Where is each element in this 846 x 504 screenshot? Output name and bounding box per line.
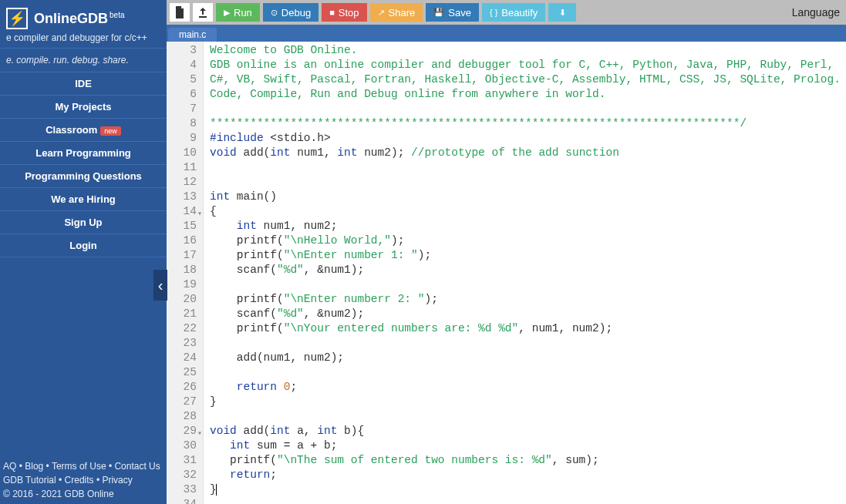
line-number[interactable]: 17: [167, 248, 197, 263]
line-number[interactable]: 3: [167, 43, 197, 58]
code-line[interactable]: [210, 365, 846, 380]
line-number[interactable]: 16: [167, 234, 197, 248]
code-line[interactable]: printf("\nEnter number 1: ");: [210, 248, 846, 263]
code-line[interactable]: }: [210, 482, 846, 497]
line-number[interactable]: 30: [167, 438, 197, 453]
line-number[interactable]: 14▾: [167, 204, 197, 219]
beautify-button[interactable]: { } Beautify: [482, 3, 545, 22]
line-number[interactable]: 5: [167, 72, 197, 87]
line-number[interactable]: 15: [167, 219, 197, 234]
new-file-button[interactable]: [170, 3, 190, 22]
footer-row-1[interactable]: AQ • Blog • Terms of Use • Contact Us: [3, 459, 163, 473]
code-line[interactable]: {: [210, 204, 846, 219]
code-line[interactable]: [210, 336, 846, 351]
save-button[interactable]: 💾 Save: [426, 3, 479, 22]
code-line[interactable]: [210, 277, 846, 292]
brand-name: OnlineGDB: [34, 11, 108, 26]
line-number[interactable]: 23: [167, 336, 197, 351]
line-number[interactable]: 20: [167, 292, 197, 307]
line-number[interactable]: 18: [167, 263, 197, 277]
code-line[interactable]: printf("\nEnter numberr 2: ");: [210, 292, 846, 307]
code-line[interactable]: #include <stdio.h>: [210, 131, 846, 146]
code-line[interactable]: [210, 409, 846, 424]
line-number[interactable]: 8: [167, 116, 197, 131]
line-number[interactable]: 29▾: [167, 424, 197, 438]
nav-item-ide[interactable]: IDE: [0, 72, 167, 95]
code-line[interactable]: printf("\nHello World,");: [210, 234, 846, 248]
tab-main-c[interactable]: main.c: [168, 28, 217, 42]
line-number[interactable]: 21: [167, 307, 197, 321]
stop-button[interactable]: ■ Stop: [322, 3, 366, 22]
editor[interactable]: 34567891011121314▾1516171819202122232425…: [167, 42, 846, 504]
logo[interactable]: ⚡ OnlineGDBbeta: [0, 0, 167, 32]
line-number[interactable]: 34: [167, 497, 197, 504]
line-number[interactable]: 4: [167, 58, 197, 72]
code-line[interactable]: int main(): [210, 190, 846, 204]
play-icon: ▶: [224, 8, 230, 18]
share-label: Share: [389, 7, 416, 18]
line-number[interactable]: 10: [167, 146, 197, 160]
nav-item-login[interactable]: Login: [0, 234, 167, 257]
code-area[interactable]: Welcome to GDB Online.GDB online is an o…: [204, 42, 846, 504]
code-line[interactable]: ****************************************…: [210, 116, 846, 131]
code-line[interactable]: [210, 175, 846, 190]
nav-item-sign-up[interactable]: Sign Up: [0, 210, 167, 234]
line-number[interactable]: 6: [167, 87, 197, 102]
fold-marker-icon[interactable]: ▾: [197, 426, 202, 441]
run-button[interactable]: ▶ Run: [216, 3, 260, 22]
code-line[interactable]: void add(int a, int b){: [210, 424, 846, 438]
code-line[interactable]: scanf("%d", &num1);: [210, 263, 846, 277]
line-number[interactable]: 7: [167, 102, 197, 116]
language-label[interactable]: Language: [792, 6, 843, 18]
line-number[interactable]: 9: [167, 131, 197, 146]
nav-item-learn-programming[interactable]: Learn Programming: [0, 141, 167, 164]
code-line[interactable]: add(num1, num2);: [210, 351, 846, 365]
code-line[interactable]: int sum = a + b;: [210, 438, 846, 453]
code-line[interactable]: [210, 497, 846, 504]
share-button[interactable]: ↗ Share: [370, 3, 423, 22]
line-number[interactable]: 31: [167, 453, 197, 468]
code-line[interactable]: Welcome to GDB Online.: [210, 43, 846, 58]
collapse-sidebar-button[interactable]: ‹: [153, 270, 167, 301]
footer-row-2[interactable]: GDB Tutorial • Credits • Privacy: [3, 473, 163, 487]
code-line[interactable]: printf("\nThe sum of entered two numbers…: [210, 453, 846, 468]
footer-links[interactable]: AQ • Blog • Terms of Use • Contact Us GD…: [0, 456, 167, 504]
line-number[interactable]: 19: [167, 277, 197, 292]
code-line[interactable]: Code, Compile, Run and Debug online from…: [210, 87, 846, 102]
line-number[interactable]: 22: [167, 321, 197, 336]
nav-item-programming-questions[interactable]: Programming Questions: [0, 164, 167, 187]
code-line[interactable]: void add(int num1, int num2); //prototyp…: [210, 146, 846, 160]
fold-marker-icon[interactable]: ▾: [197, 207, 202, 221]
code-line[interactable]: }: [210, 395, 846, 409]
line-number[interactable]: 33: [167, 482, 197, 497]
gutter[interactable]: 34567891011121314▾1516171819202122232425…: [167, 42, 204, 504]
line-number[interactable]: 24: [167, 351, 197, 365]
code-line[interactable]: printf("\nYour entered numbers are: %d %…: [210, 321, 846, 336]
line-number[interactable]: 32: [167, 468, 197, 482]
upload-button[interactable]: [193, 3, 213, 22]
debug-button[interactable]: ⊙ Debug: [263, 3, 319, 22]
line-number[interactable]: 12: [167, 175, 197, 190]
code-line[interactable]: return;: [210, 468, 846, 482]
line-number[interactable]: 13: [167, 190, 197, 204]
code-line[interactable]: C#, VB, Swift, Pascal, Fortran, Haskell,…: [210, 72, 846, 87]
code-line[interactable]: [210, 160, 846, 175]
line-number[interactable]: 28: [167, 409, 197, 424]
code-line[interactable]: return 0;: [210, 380, 846, 395]
sidebar: ⚡ OnlineGDBbeta e compiler and debugger …: [0, 0, 167, 504]
line-number[interactable]: 11: [167, 160, 197, 175]
nav-item-my-projects[interactable]: My Projects: [0, 95, 167, 118]
code-line[interactable]: GDB online is an online compiler and deb…: [210, 58, 846, 72]
code-line[interactable]: int num1, num2;: [210, 219, 846, 234]
line-number[interactable]: 27: [167, 395, 197, 409]
line-number[interactable]: 25: [167, 365, 197, 380]
footer-row-3: © 2016 - 2021 GDB Online: [3, 487, 163, 501]
line-number[interactable]: 26: [167, 380, 197, 395]
code-line[interactable]: [210, 102, 846, 116]
nav-item-classroom[interactable]: Classroomnew: [0, 118, 167, 141]
bolt-icon: ⚡: [6, 8, 28, 29]
nav-item-we-are-hiring[interactable]: We are Hiring: [0, 187, 167, 210]
download-button[interactable]: ⬇: [548, 3, 576, 22]
debug-icon: ⊙: [271, 8, 278, 18]
code-line[interactable]: scanf("%d", &num2);: [210, 307, 846, 321]
